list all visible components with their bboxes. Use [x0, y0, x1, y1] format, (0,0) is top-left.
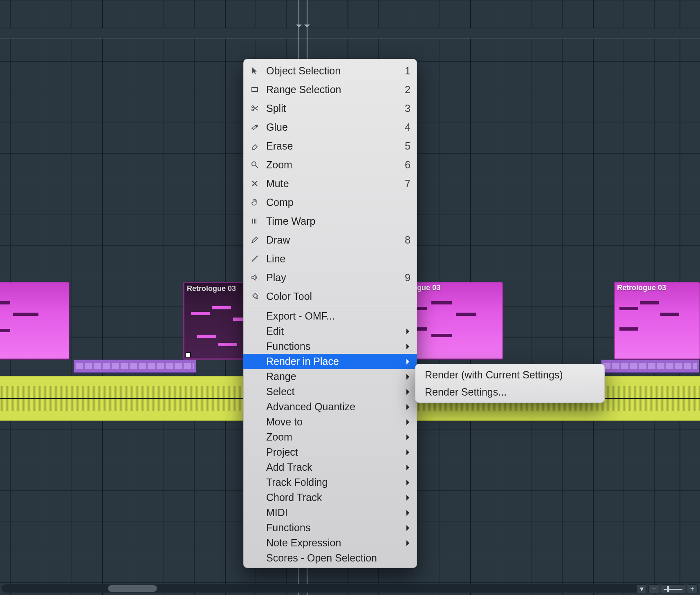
menu-item-label: Select	[266, 386, 401, 398]
menu-tool-play[interactable]: Play9	[243, 268, 417, 287]
menu-item-zoom-menu[interactable]: Zoom	[243, 429, 417, 445]
spacer-icon	[249, 401, 260, 413]
spacer-icon	[249, 492, 260, 503]
menu-tool-draw[interactable]: Draw8	[243, 230, 417, 249]
menu-item-label: Note Expression	[266, 537, 401, 549]
menu-item-label: Color Tool	[266, 291, 405, 302]
menu-item-shortcut: 7	[405, 178, 411, 190]
menu-item-label: Project	[266, 446, 401, 458]
spacer-icon	[249, 477, 260, 488]
menu-tool-color[interactable]: Color Tool	[243, 287, 417, 306]
menu-item-label: Time Warp	[266, 215, 405, 227]
cursor-icon	[249, 65, 260, 76]
menu-item-label: Chord Track	[266, 492, 401, 503]
submenu-arrow-icon	[406, 450, 412, 455]
zoom-dropdown-button[interactable]: ▾	[636, 584, 647, 593]
timeline-ruler[interactable]	[0, 28, 700, 38]
clip-label: Retrologue 03	[617, 284, 666, 292]
automation-clip[interactable]	[74, 360, 196, 373]
menu-item-label: Draw	[266, 234, 399, 246]
menu-item-label: Advanced Quantize	[266, 401, 401, 413]
submenu-arrow-icon	[406, 495, 412, 501]
menu-item-select[interactable]: Select	[243, 384, 417, 399]
menu-item-label: Comp	[266, 197, 405, 208]
menu-item-edit[interactable]: Edit	[243, 324, 417, 339]
submenu-arrow-icon	[406, 510, 412, 516]
menu-item-label: Edit	[266, 325, 401, 337]
menu-item-label: MIDI	[266, 507, 401, 519]
zoom-slider[interactable]	[661, 584, 685, 593]
submenu-item-render-settings[interactable]: Render Settings...	[415, 383, 605, 400]
menu-tool-zoom[interactable]: Zoom6	[243, 155, 417, 174]
menu-item-functions[interactable]: Functions	[243, 339, 417, 354]
menu-item-shortcut: 6	[405, 159, 411, 171]
menu-item-midi[interactable]: MIDI	[243, 505, 417, 520]
menu-item-note-expression[interactable]: Note Expression	[243, 535, 417, 550]
scrollbar-thumb[interactable]	[108, 585, 157, 592]
svg-point-4	[252, 162, 256, 166]
menu-item-functions2[interactable]: Functions	[243, 520, 417, 535]
menu-tool-range-selection[interactable]: Range Selection2	[243, 80, 417, 99]
menu-item-track-folding[interactable]: Track Folding	[243, 475, 417, 490]
menu-item-label: Line	[266, 253, 405, 265]
menu-item-label: Erase	[266, 140, 399, 152]
menu-tool-glue[interactable]: Glue4	[243, 118, 417, 136]
render-in-place-submenu: Render (with Current Settings)Render Set…	[415, 364, 605, 403]
submenu-arrow-icon	[406, 359, 412, 365]
menu-item-label: Zoom	[266, 159, 399, 171]
menu-item-scores-open[interactable]: Scores - Open Selection	[243, 550, 417, 566]
menu-tool-object-selection[interactable]: Object Selection1	[243, 61, 417, 80]
menu-item-render-in-place[interactable]: Render in Place	[243, 354, 417, 369]
midi-clip[interactable]: Retrologue 03	[614, 282, 700, 360]
menu-tool-timewarp[interactable]: Time Warp	[243, 212, 417, 230]
eraser-icon	[249, 140, 260, 152]
automation-clip[interactable]	[601, 360, 699, 373]
submenu-arrow-icon	[406, 540, 412, 546]
menu-item-label: Render in Place	[266, 356, 401, 367]
submenu-arrow-icon	[406, 465, 412, 470]
submenu-item-render-current[interactable]: Render (with Current Settings)	[415, 366, 605, 383]
svg-point-2	[252, 109, 254, 111]
submenu-arrow-icon	[406, 374, 412, 380]
menu-item-move-to[interactable]: Move to	[243, 414, 417, 429]
menu-item-shortcut: 2	[405, 84, 411, 96]
zoom-out-button[interactable]: −	[648, 584, 659, 593]
submenu-arrow-icon	[406, 404, 412, 410]
menu-item-project[interactable]: Project	[243, 445, 417, 460]
spacer-icon	[249, 416, 260, 428]
resize-handle-icon[interactable]	[186, 352, 191, 357]
submenu-arrow-icon	[406, 419, 412, 425]
menu-tool-erase[interactable]: Erase5	[243, 136, 417, 155]
menu-item-label: Range	[266, 371, 401, 382]
spacer-icon	[249, 326, 260, 337]
spacer-icon	[249, 447, 260, 458]
submenu-arrow-icon	[406, 329, 412, 334]
midi-clip[interactable]: ogue 03	[0, 282, 70, 360]
menu-tool-comp[interactable]: Comp	[243, 193, 417, 212]
menu-tool-split[interactable]: Split3	[243, 99, 417, 118]
menu-item-chord-track[interactable]: Chord Track	[243, 490, 417, 505]
menu-item-shortcut: 4	[405, 121, 411, 133]
menu-item-export-omf[interactable]: Export - OMF...	[243, 309, 417, 324]
line-icon	[249, 253, 260, 264]
menu-item-add-track[interactable]: Add Track	[243, 460, 417, 475]
menu-tool-line[interactable]: Line	[243, 249, 417, 268]
menu-item-range[interactable]: Range	[243, 369, 417, 384]
horizontal-scrollbar[interactable]	[2, 584, 647, 593]
menu-item-adv-quantize[interactable]: Advanced Quantize	[243, 399, 417, 414]
scissors-icon	[249, 103, 260, 114]
spacer-icon	[249, 507, 260, 519]
menu-item-label: Range Selection	[266, 84, 399, 96]
spacer-icon	[249, 522, 260, 534]
menu-tool-mute[interactable]: Mute7	[243, 174, 417, 193]
menu-item-shortcut: 5	[405, 140, 411, 152]
menu-item-shortcut: 1	[405, 65, 411, 77]
midi-notes	[0, 293, 69, 359]
submenu-arrow-icon	[406, 525, 412, 531]
menu-item-label: Track Folding	[266, 476, 401, 488]
svg-point-1	[252, 106, 254, 107]
midi-notes	[615, 293, 700, 359]
submenu-item-label: Render (with Current Settings)	[425, 369, 595, 381]
zoom-in-button[interactable]: +	[687, 584, 698, 593]
caret-icon: ▾	[640, 584, 644, 593]
